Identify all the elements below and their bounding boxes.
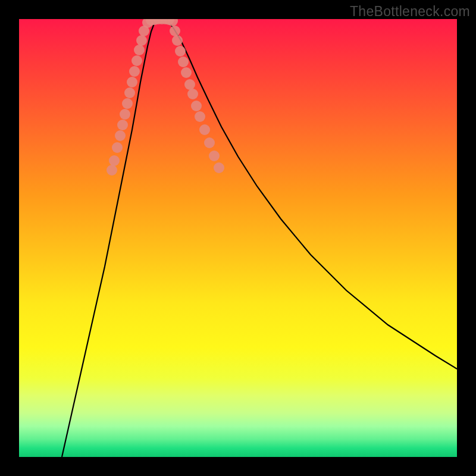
marker-dot [178, 57, 189, 67]
plot-area [19, 19, 457, 457]
watermark-text: TheBottleneck.com [350, 4, 470, 20]
marker-dot [170, 26, 180, 36]
marker-dot [214, 162, 224, 173]
curve-layer [19, 19, 457, 457]
marker-dot [115, 130, 126, 141]
marker-dot [195, 111, 205, 122]
marker-dot [204, 137, 215, 148]
marker-dot [124, 87, 135, 98]
marker-dot [120, 109, 130, 120]
marker-dot [209, 151, 220, 161]
chart-frame: TheBottleneck.com [0, 0, 476, 476]
marker-dot [109, 155, 120, 166]
marker-dot [107, 165, 117, 176]
marker-dot [134, 45, 145, 55]
marker-dot [181, 67, 192, 78]
marker-dot [191, 101, 202, 111]
marker-dot [167, 19, 178, 26]
bottleneck-curve [62, 19, 457, 457]
marker-dot [172, 35, 183, 46]
marker-dot [136, 35, 147, 46]
marker-dot [187, 89, 198, 99]
marker-dot [112, 142, 123, 153]
marker-dot [117, 120, 128, 130]
marker-dot [184, 79, 195, 90]
marker-dot [131, 55, 142, 66]
marker-dot [127, 77, 137, 87]
marker-dot [122, 98, 133, 109]
marker-dot [175, 46, 186, 57]
marker-dot [199, 124, 210, 135]
marker-dot [129, 66, 140, 77]
